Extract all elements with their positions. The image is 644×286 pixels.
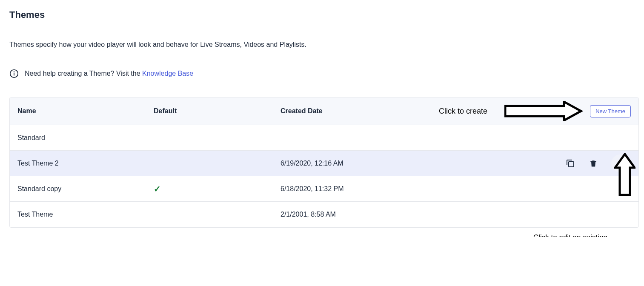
row-default: ✓ (154, 184, 280, 194)
annotation-create-label: Click to create (439, 107, 487, 116)
info-icon (9, 69, 19, 78)
check-icon: ✓ (154, 184, 161, 194)
row-created: 2/1/2001, 8:58 AM (280, 211, 439, 218)
col-header-name: Name (17, 107, 154, 115)
page-description: Themes specify how your video player wil… (9, 41, 635, 49)
table-row[interactable]: Standard (10, 125, 638, 151)
page-title: Themes (9, 9, 635, 20)
copy-icon[interactable] (565, 158, 575, 169)
knowledge-base-link[interactable]: Knowledge Base (142, 70, 193, 77)
help-text: Need help creating a Theme? Visit the (25, 70, 142, 77)
help-row: Need help creating a Theme? Visit the Kn… (9, 69, 635, 78)
trash-icon[interactable] (588, 158, 598, 169)
row-name: Standard copy (17, 185, 154, 193)
row-created: 6/19/2020, 12:16 AM (280, 160, 439, 167)
row-name: Test Theme (17, 211, 154, 218)
annotation-edit-label: Click to edit an existing theme. (533, 232, 618, 237)
table-row[interactable]: Test Theme 2/1/2001, 8:58 AM (10, 202, 638, 227)
svg-rect-3 (569, 162, 574, 167)
table-row[interactable]: Test Theme 2 6/19/2020, 12:16 AM (10, 151, 638, 176)
col-header-default: Default (154, 107, 280, 115)
svg-point-2 (14, 72, 14, 72)
new-theme-button[interactable]: New Theme (590, 105, 631, 117)
themes-table: Name Default Created Date Click to creat… (9, 97, 639, 228)
edit-button[interactable] (611, 154, 629, 172)
row-created: 6/18/2020, 11:32 PM (280, 185, 439, 193)
table-header: Name Default Created Date Click to creat… (10, 97, 638, 125)
row-name: Standard (17, 134, 154, 142)
row-name: Test Theme 2 (17, 160, 154, 167)
table-row[interactable]: Standard copy ✓ 6/18/2020, 11:32 PM (10, 176, 638, 202)
col-header-created: Created Date (280, 107, 439, 115)
